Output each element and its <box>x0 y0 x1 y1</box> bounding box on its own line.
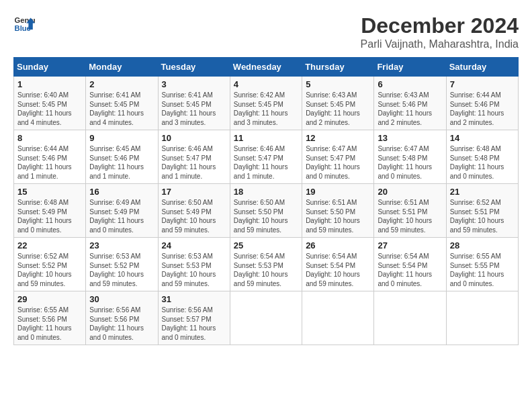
header: General Blue December 2024 Parli Vaijnat… <box>13 13 519 50</box>
calendar-cell: 12Sunrise: 6:47 AMSunset: 5:47 PMDayligh… <box>302 130 374 184</box>
day-info: Sunrise: 6:56 AMSunset: 5:57 PMDaylight:… <box>162 306 226 342</box>
calendar-cell: 10Sunrise: 6:46 AMSunset: 5:47 PMDayligh… <box>158 130 230 184</box>
calendar-cell: 17Sunrise: 6:50 AMSunset: 5:49 PMDayligh… <box>158 184 230 238</box>
calendar-cell: 3Sunrise: 6:41 AMSunset: 5:45 PMDaylight… <box>158 77 230 130</box>
day-number: 28 <box>450 240 515 250</box>
day-info: Sunrise: 6:47 AMSunset: 5:48 PMDaylight:… <box>378 144 442 181</box>
title-section: December 2024 Parli Vaijnath, Maharashtr… <box>361 13 519 50</box>
days-header-row: SundayMondayTuesdayWednesdayThursdayFrid… <box>14 58 519 77</box>
day-info: Sunrise: 6:54 AMSunset: 5:53 PMDaylight:… <box>234 252 298 288</box>
day-number: 15 <box>17 187 82 197</box>
day-number: 8 <box>17 133 82 143</box>
day-info: Sunrise: 6:50 AMSunset: 5:50 PMDaylight:… <box>234 198 298 234</box>
day-number: 11 <box>234 133 298 143</box>
calendar-cell: 30Sunrise: 6:56 AMSunset: 5:56 PMDayligh… <box>86 291 158 345</box>
day-number: 2 <box>89 79 154 89</box>
day-info: Sunrise: 6:44 AMSunset: 5:46 PMDaylight:… <box>17 144 82 181</box>
day-info: Sunrise: 6:42 AMSunset: 5:45 PMDaylight:… <box>234 91 298 127</box>
day-info: Sunrise: 6:49 AMSunset: 5:49 PMDaylight:… <box>89 198 154 234</box>
day-info: Sunrise: 6:41 AMSunset: 5:45 PMDaylight:… <box>89 91 154 127</box>
day-number: 3 <box>162 79 226 89</box>
calendar-cell: 27Sunrise: 6:54 AMSunset: 5:54 PMDayligh… <box>374 238 446 291</box>
calendar-cell <box>230 291 302 345</box>
week-row-5: 29Sunrise: 6:55 AMSunset: 5:56 PMDayligh… <box>14 291 519 345</box>
calendar-cell: 5Sunrise: 6:43 AMSunset: 5:45 PMDaylight… <box>302 77 374 130</box>
day-info: Sunrise: 6:47 AMSunset: 5:47 PMDaylight:… <box>306 144 370 181</box>
calendar-cell: 25Sunrise: 6:54 AMSunset: 5:53 PMDayligh… <box>230 238 302 291</box>
day-number: 16 <box>89 187 154 197</box>
day-number: 25 <box>234 240 298 250</box>
day-header-thursday: Thursday <box>302 58 374 77</box>
calendar-cell: 18Sunrise: 6:50 AMSunset: 5:50 PMDayligh… <box>230 184 302 238</box>
day-header-friday: Friday <box>374 58 446 77</box>
day-number: 1 <box>17 79 82 89</box>
day-header-wednesday: Wednesday <box>230 58 302 77</box>
day-number: 19 <box>306 187 370 197</box>
day-header-sunday: Sunday <box>14 58 86 77</box>
calendar-cell: 8Sunrise: 6:44 AMSunset: 5:46 PMDaylight… <box>14 130 86 184</box>
day-info: Sunrise: 6:53 AMSunset: 5:52 PMDaylight:… <box>89 252 154 288</box>
day-info: Sunrise: 6:56 AMSunset: 5:56 PMDaylight:… <box>89 306 154 342</box>
day-number: 13 <box>378 133 442 143</box>
calendar-cell: 28Sunrise: 6:55 AMSunset: 5:55 PMDayligh… <box>446 238 518 291</box>
day-info: Sunrise: 6:46 AMSunset: 5:47 PMDaylight:… <box>162 144 226 181</box>
day-number: 27 <box>378 240 442 250</box>
calendar-cell: 6Sunrise: 6:43 AMSunset: 5:46 PMDaylight… <box>374 77 446 130</box>
day-info: Sunrise: 6:52 AMSunset: 5:52 PMDaylight:… <box>17 252 82 288</box>
subtitle: Parli Vaijnath, Maharashtra, India <box>361 38 519 50</box>
day-info: Sunrise: 6:46 AMSunset: 5:47 PMDaylight:… <box>234 144 298 181</box>
day-header-monday: Monday <box>86 58 158 77</box>
day-info: Sunrise: 6:55 AMSunset: 5:56 PMDaylight:… <box>17 306 82 342</box>
day-number: 23 <box>89 240 154 250</box>
day-info: Sunrise: 6:51 AMSunset: 5:51 PMDaylight:… <box>378 198 442 234</box>
week-row-4: 22Sunrise: 6:52 AMSunset: 5:52 PMDayligh… <box>14 238 519 291</box>
calendar-cell: 29Sunrise: 6:55 AMSunset: 5:56 PMDayligh… <box>14 291 86 345</box>
day-info: Sunrise: 6:52 AMSunset: 5:51 PMDaylight:… <box>450 198 515 234</box>
calendar-cell: 26Sunrise: 6:54 AMSunset: 5:54 PMDayligh… <box>302 238 374 291</box>
day-info: Sunrise: 6:43 AMSunset: 5:45 PMDaylight:… <box>306 91 370 127</box>
day-number: 9 <box>89 133 154 143</box>
day-number: 14 <box>450 133 515 143</box>
calendar-cell: 11Sunrise: 6:46 AMSunset: 5:47 PMDayligh… <box>230 130 302 184</box>
day-number: 29 <box>17 294 82 304</box>
calendar-cell: 2Sunrise: 6:41 AMSunset: 5:45 PMDaylight… <box>86 77 158 130</box>
day-number: 18 <box>234 187 298 197</box>
calendar: SundayMondayTuesdayWednesdayThursdayFrid… <box>13 57 519 345</box>
calendar-cell: 22Sunrise: 6:52 AMSunset: 5:52 PMDayligh… <box>14 238 86 291</box>
day-info: Sunrise: 6:54 AMSunset: 5:54 PMDaylight:… <box>306 252 370 288</box>
day-info: Sunrise: 6:48 AMSunset: 5:48 PMDaylight:… <box>450 144 515 181</box>
day-number: 26 <box>306 240 370 250</box>
calendar-cell: 24Sunrise: 6:53 AMSunset: 5:53 PMDayligh… <box>158 238 230 291</box>
calendar-cell: 16Sunrise: 6:49 AMSunset: 5:49 PMDayligh… <box>86 184 158 238</box>
day-number: 10 <box>162 133 226 143</box>
calendar-cell: 31Sunrise: 6:56 AMSunset: 5:57 PMDayligh… <box>158 291 230 345</box>
day-number: 20 <box>378 187 442 197</box>
calendar-cell: 21Sunrise: 6:52 AMSunset: 5:51 PMDayligh… <box>446 184 518 238</box>
week-row-3: 15Sunrise: 6:48 AMSunset: 5:49 PMDayligh… <box>14 184 519 238</box>
day-number: 7 <box>450 79 515 89</box>
day-header-tuesday: Tuesday <box>158 58 230 77</box>
day-number: 22 <box>17 240 82 250</box>
calendar-cell <box>302 291 374 345</box>
calendar-cell: 9Sunrise: 6:45 AMSunset: 5:46 PMDaylight… <box>86 130 158 184</box>
calendar-cell <box>374 291 446 345</box>
day-info: Sunrise: 6:44 AMSunset: 5:46 PMDaylight:… <box>450 91 515 127</box>
calendar-cell: 23Sunrise: 6:53 AMSunset: 5:52 PMDayligh… <box>86 238 158 291</box>
day-info: Sunrise: 6:41 AMSunset: 5:45 PMDaylight:… <box>162 91 226 127</box>
logo-icon: General Blue <box>13 13 35 35</box>
day-info: Sunrise: 6:48 AMSunset: 5:49 PMDaylight:… <box>17 198 82 234</box>
calendar-cell: 14Sunrise: 6:48 AMSunset: 5:48 PMDayligh… <box>446 130 518 184</box>
svg-text:Blue: Blue <box>15 24 31 32</box>
day-number: 30 <box>89 294 154 304</box>
day-number: 31 <box>162 294 226 304</box>
day-info: Sunrise: 6:40 AMSunset: 5:45 PMDaylight:… <box>17 91 82 127</box>
calendar-body: 1Sunrise: 6:40 AMSunset: 5:45 PMDaylight… <box>14 77 519 345</box>
day-number: 24 <box>162 240 226 250</box>
calendar-cell: 1Sunrise: 6:40 AMSunset: 5:45 PMDaylight… <box>14 77 86 130</box>
day-info: Sunrise: 6:53 AMSunset: 5:53 PMDaylight:… <box>162 252 226 288</box>
day-number: 5 <box>306 79 370 89</box>
day-header-saturday: Saturday <box>446 58 518 77</box>
day-number: 6 <box>378 79 442 89</box>
calendar-cell: 4Sunrise: 6:42 AMSunset: 5:45 PMDaylight… <box>230 77 302 130</box>
week-row-1: 1Sunrise: 6:40 AMSunset: 5:45 PMDaylight… <box>14 77 519 130</box>
